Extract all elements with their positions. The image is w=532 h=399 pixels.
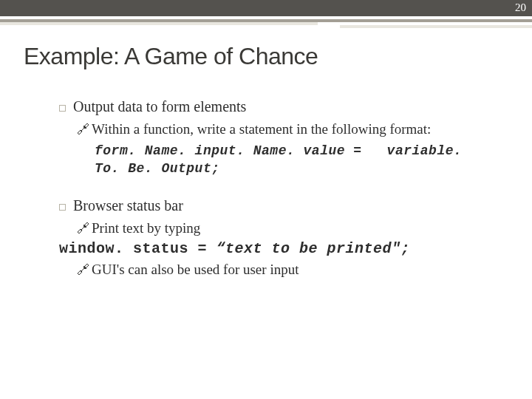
code-line: window. status = “text to be printed"; — [59, 239, 491, 259]
code-inline: window. status = “text to be printed"; — [59, 239, 410, 259]
bullet-head: Browser status bar — [59, 196, 491, 216]
code-value: “text to be printed"; — [216, 240, 411, 257]
slide-top-bar: 20 — [0, 0, 532, 22]
bullet-head: Output data to form elements — [59, 97, 491, 117]
sub-list: 🔗︎ Within a function, write a statement … — [77, 120, 491, 178]
code-line: form. Name. input. Name. value = variabl… — [95, 142, 491, 178]
link-icon: 🔗︎ — [77, 262, 89, 279]
bullet-item: Output data to form elements 🔗︎ Within a… — [59, 97, 491, 178]
bullet-title: Browser status bar — [73, 196, 183, 216]
slide-body: Output data to form elements 🔗︎ Within a… — [59, 97, 491, 279]
sub-list: 🔗︎ Print text by typing window. status =… — [77, 219, 491, 280]
sub-item: 🔗︎ GUI's can also be used for user input — [77, 260, 491, 279]
sub-text: Within a function, write a statement in … — [92, 120, 431, 139]
code-identifier: window. status = — [59, 240, 216, 257]
topbar-dark-strip: 20 — [0, 0, 532, 16]
square-bullet-icon — [59, 105, 66, 112]
square-bullet-icon — [59, 204, 66, 211]
sub-text: GUI's can also be used for user input — [92, 260, 299, 279]
topbar-accent-left — [0, 22, 318, 25]
sub-text: Print text by typing — [92, 219, 200, 238]
code-identifier: form. Name. input. Name. value = — [95, 143, 370, 158]
page-number: 20 — [515, 1, 526, 14]
bullet-item: Browser status bar 🔗︎ Print text by typi… — [59, 196, 491, 280]
page-title: Example: A Game of Chance — [24, 43, 532, 70]
sub-item: 🔗︎ Print text by typing — [77, 219, 491, 238]
link-icon: 🔗︎ — [77, 122, 89, 139]
link-icon: 🔗︎ — [77, 221, 89, 238]
sub-item: 🔗︎ Within a function, write a statement … — [77, 120, 491, 139]
slide: 20 Example: A Game of Chance Output data… — [0, 0, 532, 399]
bullet-title: Output data to form elements — [73, 97, 246, 117]
topbar-accent-right — [340, 25, 532, 28]
